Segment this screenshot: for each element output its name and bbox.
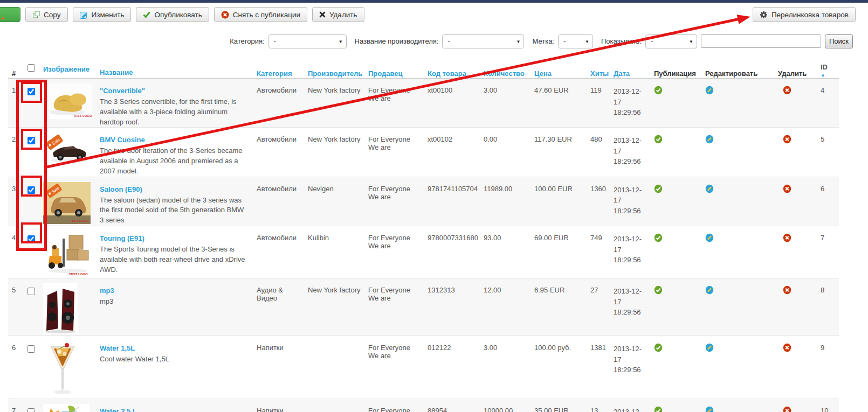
- column-header-name[interactable]: Название: [100, 60, 257, 78]
- product-date: 2013-12-17 18:29:56: [614, 344, 645, 375]
- delete-button[interactable]: Удалить: [312, 7, 364, 22]
- delete-x-icon[interactable]: [783, 285, 791, 296]
- product-seller: For Everyone We are: [368, 399, 428, 412]
- delete-button-label: Удалить: [329, 11, 357, 19]
- product-name-link[interactable]: BMV Cuosine: [100, 135, 145, 145]
- show-filter-select[interactable]: - ▼: [645, 34, 697, 48]
- unpublish-button[interactable]: Снять с публикации: [214, 7, 307, 22]
- product-manufacturer: Kulibin: [308, 226, 368, 278]
- column-header-price[interactable]: Цена: [534, 62, 590, 78]
- product-price: 47.60 EUR: [534, 79, 590, 127]
- row-checkbox[interactable]: [27, 137, 35, 144]
- column-header-hits[interactable]: Хиты: [590, 62, 614, 78]
- product-name-link[interactable]: Water 1,5L: [100, 344, 135, 354]
- column-header-category[interactable]: Категория: [257, 62, 308, 78]
- publish-status-icon[interactable]: [654, 285, 663, 296]
- edit-pencil-icon[interactable]: [705, 406, 714, 412]
- edit-pencil-icon[interactable]: [705, 285, 714, 296]
- column-header-image[interactable]: Изображение: [43, 60, 100, 78]
- product-name-link[interactable]: mp3: [100, 286, 114, 296]
- product-name-link[interactable]: Water 2,5 L: [100, 407, 137, 412]
- edit-pencil-icon[interactable]: [705, 233, 714, 244]
- edit-pencil-icon[interactable]: [705, 343, 714, 354]
- blue-drink-thumbnail: New!: [43, 404, 89, 412]
- row-checkbox[interactable]: [27, 186, 35, 194]
- edit-button-label: Изменить: [92, 11, 125, 19]
- column-header-date[interactable]: Дата: [614, 62, 652, 78]
- product-hits: 749: [590, 226, 614, 278]
- relink-button-label: Перелинковка товаров: [771, 11, 849, 19]
- row-number: 7: [8, 399, 23, 412]
- product-quantity: 93.00: [484, 226, 534, 278]
- speakers-thumbnail: [43, 283, 78, 334]
- column-header-manufacturer[interactable]: Производитель: [308, 62, 368, 78]
- publish-status-icon[interactable]: [654, 343, 663, 354]
- publish-button[interactable]: Опубликовать: [136, 7, 209, 22]
- publish-status-icon[interactable]: [654, 86, 663, 96]
- edit-pencil-icon[interactable]: [705, 135, 714, 145]
- product-quantity: 10000.00: [484, 399, 534, 412]
- product-manufacturer: [308, 399, 368, 412]
- edit-button[interactable]: Изменить: [73, 7, 132, 22]
- product-date: 2013-12-17 18:29:56: [614, 185, 645, 217]
- copy-button-label: Copy: [44, 11, 61, 19]
- row-checkbox[interactable]: [27, 288, 35, 295]
- select-all-checkbox[interactable]: [27, 64, 35, 72]
- row-number: 2: [8, 128, 23, 176]
- product-description: Cool water Water 1,5L: [100, 354, 247, 365]
- new-product-button[interactable]: [0, 7, 20, 22]
- manufacturer-filter-select[interactable]: - ▼: [442, 34, 524, 48]
- column-header-publication: Публикация: [652, 62, 702, 78]
- product-description: mp3: [100, 297, 247, 307]
- product-description: The Sports Touring model of the 3-Series…: [100, 245, 247, 275]
- delete-x-icon[interactable]: [783, 184, 791, 195]
- search-button[interactable]: Поиск: [825, 34, 853, 48]
- column-header-code[interactable]: Код товара: [428, 62, 484, 78]
- product-name-link[interactable]: Saloon (E90): [100, 185, 142, 195]
- product-id: 5: [814, 128, 839, 176]
- copy-button[interactable]: Copy: [25, 7, 68, 22]
- row-checkbox[interactable]: [27, 345, 35, 353]
- delete-x-icon[interactable]: [783, 233, 791, 244]
- delete-x-icon[interactable]: [783, 406, 791, 412]
- product-category: Аудио & Видео: [257, 278, 308, 336]
- product-quantity: 3.00: [484, 336, 534, 399]
- column-header-id[interactable]: ID ▲: [814, 63, 839, 78]
- row-checkbox[interactable]: [27, 408, 35, 412]
- svg-text:TEST LOGO: TEST LOGO: [73, 114, 92, 117]
- column-header-qty[interactable]: Количество: [484, 62, 534, 78]
- product-seller: For Everyone We are: [368, 278, 428, 336]
- delete-x-icon[interactable]: [783, 343, 791, 354]
- product-price: 6.95 EUR: [534, 278, 590, 336]
- gear-icon: [760, 11, 768, 19]
- product-category: Напитки: [257, 336, 308, 399]
- row-checkbox[interactable]: [27, 235, 35, 243]
- product-image: TEST LOGO: [43, 79, 100, 127]
- product-image: [43, 336, 100, 399]
- show-filter-label: Показывать:: [601, 37, 642, 45]
- product-manufacturer: [308, 336, 368, 399]
- sort-ascending-icon[interactable]: ▲: [821, 72, 839, 78]
- publish-status-icon[interactable]: [654, 406, 663, 412]
- product-name-link[interactable]: "Convertible": [100, 86, 145, 96]
- delete-x-icon[interactable]: [783, 86, 791, 96]
- relink-products-button[interactable]: Перелинковка товаров: [753, 7, 856, 22]
- publish-status-icon[interactable]: [654, 184, 663, 195]
- edit-pencil-icon[interactable]: [705, 184, 714, 195]
- chevron-down-icon: ▼: [585, 39, 589, 44]
- product-id: 4: [814, 79, 839, 127]
- row-checkbox[interactable]: [27, 88, 35, 95]
- search-input[interactable]: [701, 34, 821, 48]
- column-header-seller[interactable]: Продавец: [368, 62, 428, 78]
- product-hits: 13: [590, 399, 614, 412]
- publish-status-icon[interactable]: [654, 233, 663, 244]
- category-filter-select[interactable]: - ▼: [268, 34, 347, 48]
- publish-status-icon[interactable]: [654, 135, 663, 145]
- label-filter-select[interactable]: - ▼: [558, 34, 593, 48]
- product-category: Напитки: [257, 399, 308, 412]
- product-price: 117.30 EUR: [534, 128, 590, 176]
- edit-pencil-icon[interactable]: [705, 86, 714, 96]
- product-name-link[interactable]: Touring (E91): [100, 234, 144, 244]
- product-seller: For Everyone We are: [368, 128, 428, 176]
- delete-x-icon[interactable]: [783, 135, 791, 145]
